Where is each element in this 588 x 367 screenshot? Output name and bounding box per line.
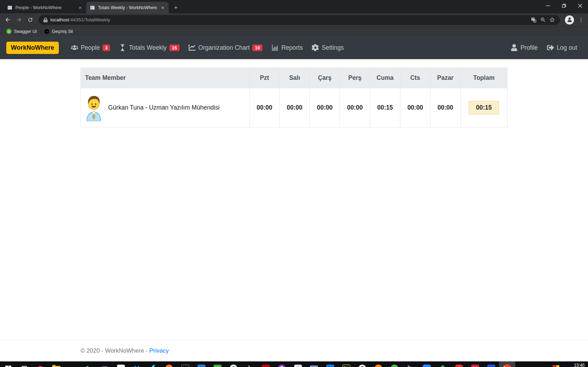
user-icon [511,44,518,51]
back-icon[interactable] [3,15,13,25]
day-total-cell: 00:00 [340,88,370,127]
bookmark-label: Swagger UI [14,29,37,34]
nav-item-label: Organization Chart [198,44,250,51]
browser-tab-strip: People - WorkNoWhere × Totals Weekly - W… [0,0,588,13]
taskbar-clock[interactable]: 13:40 24.07.2020 [564,362,584,367]
nav-item-profile[interactable]: Profile [506,36,542,59]
nav-badge: 3 [103,44,110,51]
tab-close-icon[interactable]: × [160,5,166,11]
gear-icon [312,44,319,51]
sign-out-icon [547,44,554,51]
gear-icon [44,29,49,34]
profile-avatar[interactable] [565,15,574,25]
start-button[interactable] [0,361,16,367]
bookmark-star-icon[interactable] [547,15,556,25]
tab-people[interactable]: People - WorkNoWhere × [4,2,86,13]
terminal-icon[interactable]: >_ [177,361,193,367]
close-button[interactable] [572,0,588,12]
word-icon[interactable]: W [483,361,499,367]
table-row: Gürkan Tuna - Uzman Yazılım Mühendisi00:… [81,88,507,127]
member-avatar [84,95,103,121]
mouse-utility-icon[interactable] [354,361,370,367]
sixty-four-icon[interactable]: 64 [467,361,483,367]
orange-sphere-icon[interactable] [161,361,177,367]
reload-icon[interactable] [25,15,35,25]
nav-item-log-out[interactable]: Log out [542,36,582,59]
nav-item-reports[interactable]: Reports [267,36,307,59]
photo-sync-icon[interactable]: ↻ [80,361,97,367]
day-total-cell: 00:00 [310,88,340,127]
windows-taskbar: O∞↻▤▲V>_>JDλFz▦OFwµ↓64W 13:40 24.07.2020 [0,361,588,367]
image-viewer-icon[interactable] [435,361,451,367]
clock-time: 13:40 [564,362,584,367]
nav-item-people[interactable]: People3 [66,36,115,59]
day-total-cell: 00:00 [280,88,310,127]
tab-totals-weekly[interactable]: Totals Weekly - WorkNoWhere × [86,2,169,13]
forward-icon[interactable] [14,15,24,25]
mongodb-icon[interactable] [225,361,241,367]
lightning-icon[interactable] [145,361,161,367]
nav-item-organization-chart[interactable]: Organization Chart10 [184,36,267,59]
utorrent-icon[interactable]: µ [386,361,402,367]
address-bar[interactable]: localhost:44351/TotalWeekly [38,15,560,25]
taskbar-apps: O∞↻▤▲V>_>JDλFz▦OFwµ↓64W [0,361,515,367]
app-navbar: WorkNoWhere People3Totals Weekly15Organi… [0,36,588,59]
outlook-icon[interactable]: O [322,361,338,367]
brand-logo[interactable]: WorkNoWhere [6,42,59,54]
visual-studio-icon[interactable]: ∞ [64,361,80,367]
task-view-button[interactable] [16,361,32,367]
browser-menu-icon[interactable] [577,16,585,24]
chrome-icon[interactable] [499,361,515,367]
column-header-toplam: Toplam [461,68,507,88]
nav-item-totals-weekly[interactable]: Totals Weekly15 [114,36,184,59]
zoom-in-icon[interactable] [538,15,547,25]
member-cell: Gürkan Tuna - Uzman Yazılım Mühendisi [81,88,250,127]
powershell-icon[interactable]: > [193,361,209,367]
nav-item-label: Profile [520,44,538,51]
translate-icon[interactable] [529,15,538,25]
tray-collage-icon[interactable] [553,365,559,367]
calculator-icon[interactable]: ▦ [290,361,306,367]
fireworks-icon[interactable]: Fw [338,361,354,367]
zoom-icon[interactable] [419,361,435,367]
bookmark-gecmis-sil[interactable]: Geçmiş Sil [42,28,76,35]
nav-item-label: Settings [322,44,344,51]
calendar-app-icon[interactable] [274,361,290,367]
users-icon [71,44,78,51]
lock-icon [43,18,48,22]
jdownloader-icon[interactable]: JD [209,361,225,367]
nav-badge: 15 [169,44,179,51]
column-header-pazar: Pazar [430,68,460,88]
table-body: Gürkan Tuna - Uzman Yazılım Mühendisi00:… [81,88,507,127]
file-explorer-icon[interactable] [48,361,64,367]
nav-item-label: Log out [557,44,577,51]
lambda-icon[interactable]: λ [241,361,258,367]
tab-close-icon[interactable]: × [77,5,83,11]
minimize-button[interactable] [540,0,556,12]
firefox-icon[interactable] [370,361,386,367]
bookmark-swagger[interactable]: { } Swagger UI [4,28,40,35]
server-manager-icon[interactable]: ▤ [97,361,113,367]
bookmarks-bar: { } Swagger UI Geçmiş Sil [0,26,588,36]
vscode-icon[interactable]: V [129,361,145,367]
newspaper-favicon-icon [7,5,13,11]
computer-icon[interactable] [306,361,322,367]
download-manager-icon[interactable]: ↓ [451,361,467,367]
bookmark-label: Geçmiş Sil [52,29,73,34]
filezilla-icon[interactable]: Fz [258,361,274,367]
opera-icon[interactable]: O [32,361,48,367]
column-header-pzt: Pzt [250,68,280,88]
media-player-icon[interactable] [402,361,419,367]
restore-button[interactable] [556,0,572,12]
column-header-sal: Salı [280,68,310,88]
privacy-link[interactable]: Privacy [149,347,169,354]
nav-item-label: Reports [281,44,303,51]
new-tab-button[interactable] [171,2,181,12]
window-controls [540,0,588,12]
image-editor-icon[interactable]: ▲ [113,361,129,367]
url-path: :44351/TotalWeekly [69,17,110,22]
nav-item-settings[interactable]: Settings [307,36,348,59]
nav-item-label: People [81,44,100,51]
column-header-per: Perş [340,68,370,88]
column-header-ar: Çarş [310,68,340,88]
